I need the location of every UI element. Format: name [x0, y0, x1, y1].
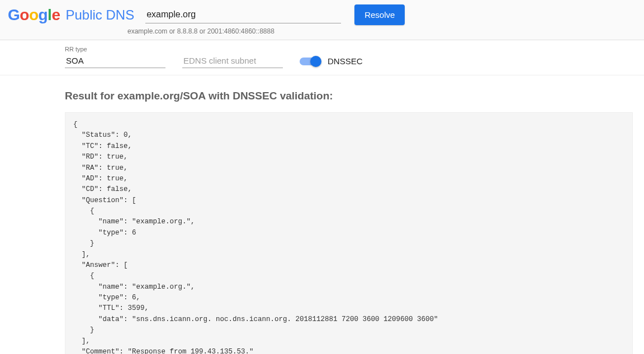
edns-label [182, 46, 283, 52]
edns-field [182, 46, 283, 68]
google-logo: Google [8, 6, 60, 24]
result-heading: Result for example.org/SOA with DNSSEC v… [65, 90, 633, 102]
resolve-button[interactable]: Resolve [354, 4, 405, 25]
edns-input[interactable] [182, 54, 283, 68]
top-bar: Google Public DNS Resolve example.com or… [0, 0, 644, 40]
rr-type-input[interactable] [65, 54, 165, 68]
params-bar: RR type DNSSEC [0, 40, 644, 75]
rr-type-field: RR type [65, 46, 165, 68]
rr-type-label: RR type [65, 46, 165, 52]
product-name: Public DNS [65, 7, 134, 23]
query-hint: example.com or 8.8.8.8 or 2001:4860:4860… [127, 27, 274, 35]
dnssec-label: DNSSEC [328, 56, 363, 66]
dnssec-toggle[interactable] [300, 58, 320, 65]
result-json: { "Status": 0, "TC": false, "RD": true, … [65, 112, 633, 354]
result-section: Result for example.org/SOA with DNSSEC v… [65, 75, 633, 354]
dns-query-input[interactable] [145, 6, 341, 23]
